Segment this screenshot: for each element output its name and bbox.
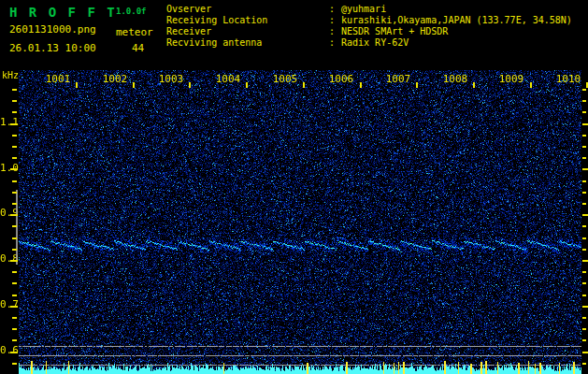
axis-tick [12,180,17,182]
axis-tick [582,306,588,308]
axis-tick [582,352,588,353]
axis-tick [10,123,18,125]
axis-tick [582,192,586,194]
axis-tick [12,111,17,113]
time-tick-label: 1003 [159,73,184,85]
axis-tick [12,249,17,251]
time-tick-label: 1005 [273,73,298,85]
axis-tick [10,168,18,170]
axis-tick [10,214,18,216]
axis-tick [12,225,17,227]
time-tick-label: 1010 [556,73,581,85]
axis-tick [12,203,17,205]
axis-tick [12,271,17,273]
axis-tick [582,260,588,262]
axis-tick [473,82,475,88]
freq-tick-label: 0.8 [0,253,13,265]
axis-tick [10,260,18,262]
axis-tick [582,225,586,227]
axis-tick [12,339,17,341]
axis-tick [303,82,305,88]
axis-tick [12,295,17,296]
freq-axis-unit: kHz [2,70,19,80]
axis-tick [582,363,586,365]
axis-tick [12,100,17,102]
axis-tick [582,111,586,113]
axis-tick [12,282,17,284]
axis-tick [12,237,17,239]
axis-tick [582,157,586,159]
axis-tick [12,157,17,159]
axis-tick [12,317,17,319]
axis-tick [10,352,18,353]
hrofft-screen: H R O F F T 1.0.0f 2601131000.png meteor… [0,0,588,374]
time-tick-label: 1006 [329,73,354,85]
axis-tick [582,168,588,170]
time-tick-label: 1007 [386,73,411,85]
freq-tick-label: 0.9 [0,208,13,219]
axis-tick [582,317,586,319]
axis-tick [582,89,586,91]
axis-tick [12,328,17,330]
axis-tick [582,146,586,148]
axis-tick [582,328,586,330]
axis-tick [582,214,588,216]
axis-tick [133,82,135,88]
axis-tick [582,282,586,284]
axis-tick [582,203,586,205]
axis-tick [12,146,17,148]
axis-tick [582,339,586,341]
spectrogram-canvas [19,70,581,374]
axis-tick [12,89,17,91]
axis-tick [189,82,191,88]
axis-tick [12,192,17,194]
time-tick-label: 1009 [499,73,524,85]
axis-tick [12,135,17,137]
axis-tick [582,123,588,125]
axis-tick [360,82,362,88]
axis-tick [582,295,586,296]
axis-tick [582,271,586,273]
axis-tick [416,82,418,88]
axis-tick [530,82,532,88]
axis-tick [10,306,18,308]
axis-tick [582,100,586,102]
axis-tick [582,135,586,137]
time-tick-label: 1002 [103,73,128,85]
time-tick-label: 1001 [46,73,71,85]
time-tick-label: 1008 [443,73,468,85]
axis-tick [582,249,586,251]
axis-tick [246,82,248,88]
axis-tick [12,363,17,365]
spectrogram-plot: kHz 1.1 1.0 0.9 0.8 0.7 0.6 1001 1002 10… [0,0,588,374]
time-tick-label: 1004 [216,73,241,85]
axis-tick [76,82,78,88]
axis-tick [582,180,586,182]
axis-tick [582,237,586,239]
